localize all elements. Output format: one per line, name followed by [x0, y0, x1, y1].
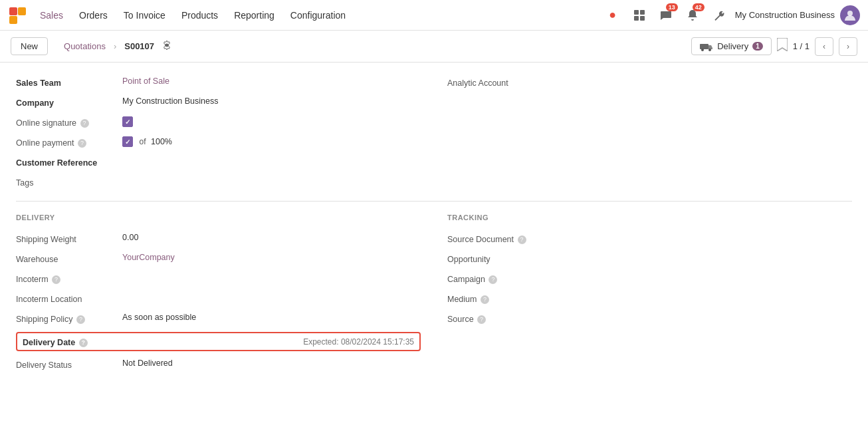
incoterm-label: Incoterm ? [16, 273, 122, 284]
delivery-fields: Shipping Weight 0.00 Warehouse YourCompa… [16, 229, 421, 375]
delivery-date-label: Delivery Date ? [23, 336, 129, 347]
nav-orders[interactable]: Orders [72, 6, 114, 25]
delivery-date-row[interactable]: Delivery Date ? Expected: 08/02/2024 15:… [16, 332, 421, 351]
shipping-policy-help-icon[interactable]: ? [76, 315, 85, 324]
top-form-grid: Sales Team Point of Sale Company My Cons… [16, 73, 852, 193]
source-document-row: Source Document ? [447, 229, 852, 249]
svg-point-9 [701, 49, 704, 51]
left-top-fields: Sales Team Point of Sale Company My Cons… [16, 73, 421, 193]
warehouse-row: Warehouse YourCompany [16, 249, 421, 269]
tracking-section-title: TRACKING [447, 210, 852, 224]
svg-point-7 [847, 11, 853, 16]
campaign-help-icon[interactable]: ? [488, 275, 497, 284]
source-help-icon[interactable]: ? [477, 315, 486, 324]
online-payment-label: Online payment ? [16, 136, 122, 148]
delivery-date-help-icon[interactable]: ? [79, 339, 88, 347]
delivery-status-label: Delivery Status [16, 359, 122, 370]
chat-icon[interactable]: 13 [655, 5, 677, 26]
source-document-help-icon[interactable]: ? [518, 235, 526, 244]
tags-label: Tags [16, 176, 122, 188]
prev-page-button[interactable]: ‹ [815, 37, 833, 56]
campaign-label: Campaign ? [447, 273, 554, 284]
grid-icon[interactable] [629, 5, 650, 26]
source-row: Source ? [447, 309, 852, 329]
nav-configuration[interactable]: Configuration [284, 6, 352, 25]
nav-products[interactable]: Products [175, 6, 225, 25]
medium-label: Medium ? [447, 293, 554, 304]
shipping-weight-row: Shipping Weight 0.00 [16, 229, 421, 249]
shipping-weight-value: 0.00 [122, 233, 421, 242]
company-value: My Construction Business [122, 96, 421, 106]
status-dot-icon[interactable]: ● [602, 5, 623, 26]
delivery-date-expected: Expected: 08/02/2024 15:17:35 [303, 337, 414, 347]
sales-team-value[interactable]: Point of Sale [122, 76, 421, 86]
delivery-button[interactable]: Delivery 1 [691, 37, 772, 55]
svg-point-10 [708, 49, 711, 51]
shipping-policy-value: As soon as possible [122, 313, 421, 322]
pagination: 1 / 1 [793, 41, 810, 51]
next-page-button[interactable]: › [839, 37, 857, 56]
shipping-policy-label: Shipping Policy ? [16, 313, 122, 324]
delivery-label: Delivery [717, 41, 748, 51]
svg-rect-0 [9, 7, 17, 15]
online-payment-checkbox[interactable] [122, 136, 133, 147]
online-signature-checkbox[interactable] [122, 116, 133, 127]
delivery-status-row: Delivery Status Not Delivered [16, 355, 421, 375]
online-payment-value: of 100% [122, 136, 421, 147]
breadcrumb-quotations[interactable]: Quotations [64, 41, 106, 51]
warehouse-label: Warehouse [16, 253, 122, 264]
analytic-account-label: Analytic Account [447, 76, 554, 88]
opportunity-row: Opportunity [447, 249, 852, 269]
settings-gear-button[interactable] [161, 39, 173, 53]
analytic-account-row: Analytic Account [447, 73, 852, 93]
tags-row: Tags [16, 173, 421, 193]
incoterm-location-label: Incoterm Location [16, 293, 122, 304]
navbar-right: ● 13 42 My Construct [602, 5, 860, 26]
online-signature-value [122, 116, 421, 127]
medium-help-icon[interactable]: ? [481, 295, 489, 304]
incoterm-help-icon[interactable]: ? [52, 275, 60, 284]
shipping-policy-row: Shipping Policy ? As soon as possible [16, 309, 421, 329]
breadcrumb-arrow: › [114, 41, 116, 51]
opportunity-label: Opportunity [447, 253, 554, 264]
campaign-row: Campaign ? [447, 269, 852, 289]
svg-rect-5 [634, 16, 639, 21]
sales-team-label: Sales Team [16, 76, 122, 88]
source-label: Source ? [447, 313, 554, 324]
online-signature-help-icon[interactable]: ? [80, 119, 89, 128]
user-avatar[interactable] [840, 5, 860, 25]
bell-icon[interactable]: 42 [682, 5, 703, 26]
online-payment-percent: 100% [151, 137, 172, 146]
company-name[interactable]: My Construction Business [735, 10, 835, 20]
online-payment-help-icon[interactable]: ? [78, 139, 86, 148]
online-payment-row: Online payment ? of 100% [16, 133, 421, 153]
customer-ref-row: Customer Reference [16, 153, 421, 173]
svg-rect-3 [634, 10, 639, 15]
section-divider-1 [16, 201, 852, 202]
app-logo[interactable] [8, 6, 27, 25]
online-payment-of: of [139, 137, 146, 146]
customer-ref-label: Customer Reference [16, 156, 122, 168]
right-top-fields: Analytic Account [447, 73, 852, 193]
svg-rect-2 [9, 16, 17, 24]
new-button[interactable]: New [11, 37, 48, 55]
incoterm-row: Incoterm ? [16, 269, 421, 289]
delivery-count: 1 [752, 42, 763, 51]
nav-to-invoice[interactable]: To Invoice [117, 6, 172, 25]
actionbar-right: Delivery 1 1 / 1 ‹ › [691, 37, 857, 56]
tracking-fields: Source Document ? Opportunity Campaign ?… [447, 229, 852, 375]
bell-badge: 42 [693, 3, 705, 11]
nav-sales[interactable]: Sales [33, 6, 70, 25]
shipping-weight-label: Shipping Weight [16, 233, 122, 244]
wrench-icon[interactable] [708, 5, 730, 26]
main-content: Sales Team Point of Sale Company My Cons… [0, 63, 868, 439]
company-label: Company [16, 96, 122, 108]
nav-reporting[interactable]: Reporting [227, 6, 281, 25]
pagination-text: 1 / 1 [793, 41, 810, 51]
warehouse-value[interactable]: YourCompany [122, 253, 421, 262]
delivery-section-title: DELIVERY [16, 210, 421, 224]
breadcrumb-current: S00107 [124, 41, 154, 51]
bookmark-button[interactable] [777, 38, 788, 55]
company-row: Company My Construction Business [16, 93, 421, 113]
medium-row: Medium ? [447, 289, 852, 309]
